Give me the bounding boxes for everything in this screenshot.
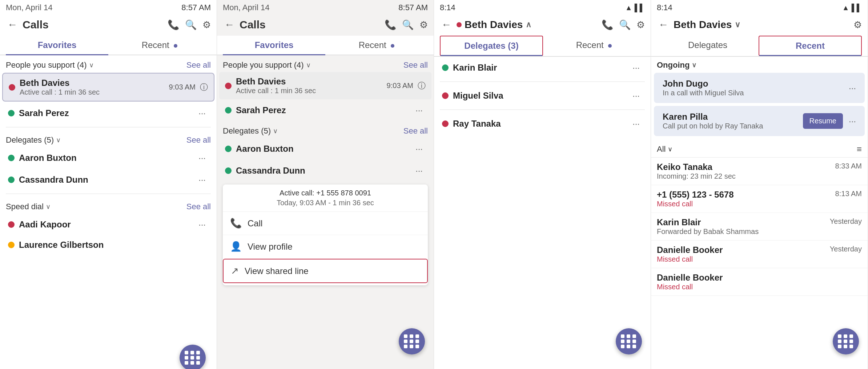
aaron-more-2[interactable]: ··· [413,142,426,155]
people-support-chevron-2[interactable]: ∨ [306,61,311,69]
settings-icon-3[interactable]: ⚙ [636,19,645,31]
call-icon-3[interactable]: 📞 [602,19,613,31]
tab-favorites-1[interactable]: Favorites [6,36,108,55]
phone-name-4: +1 (555) 123 - 5678 [657,190,734,200]
settings-icon-1[interactable]: ⚙ [202,19,211,31]
sarah-perez-row-1[interactable]: Sarah Perez ··· [2,102,214,124]
ray-row-3[interactable]: Ray Tanaka ··· [436,113,648,135]
delegates-title-2: Delegates (5) ∨ [223,126,278,136]
karen-pilla-sub-4: Call put on hold by Ray Tanaka [663,122,763,130]
tab-recent-4[interactable]: Recent [759,36,862,56]
aadi-row-1[interactable]: Aadi Kapoor ··· [2,214,214,235]
search-icon-2[interactable]: 🔍 [402,19,414,31]
filter-chevron-4[interactable]: ∨ [668,145,672,153]
name-chevron-4[interactable]: ∨ [735,20,740,29]
back-button-3[interactable]: ← [440,17,453,32]
divider-1a [6,127,211,127]
tab-recent-3[interactable]: Recent [543,36,645,56]
beth-davies-row-1[interactable]: Beth Davies Active call : 1 min 36 sec 9… [2,73,214,102]
delegates-see-all-2[interactable]: See all [403,126,428,136]
cassandra-more-1[interactable]: ··· [196,173,209,186]
fab-button-3[interactable] [616,328,642,354]
tab-recent-2[interactable]: Recent [325,36,428,55]
menu-view-profile-2[interactable]: 👤 View profile [223,235,428,258]
aaron-row-1[interactable]: Aaron Buxton ··· [2,147,214,169]
info-icon-beth-2[interactable]: ⓘ [418,80,426,91]
fab-button-2[interactable] [399,328,425,354]
sarah-perez-row-2[interactable]: Sarah Perez ··· [219,99,431,121]
tab-delegates-4[interactable]: Delegates [657,36,759,56]
cassandra-row-1[interactable]: Cassandra Dunn ··· [2,169,214,191]
karen-pilla-row-4[interactable]: Karen Pilla Call put on hold by Ray Tana… [654,106,865,136]
laurence-info-1: Laurence Gilbertson [19,240,209,250]
sarah-more-icon-1[interactable]: ··· [196,107,209,120]
karin-row-3[interactable]: Karin Blair ··· [436,57,648,79]
danielle1-info-4: Danielle Booker Missed call [657,245,723,263]
karin-status-3 [442,64,449,71]
people-support-see-all-1[interactable]: See all [186,60,211,70]
danielle1-row-4[interactable]: Danielle Booker Missed call Yesterday [651,241,868,268]
aaron-more-1[interactable]: ··· [196,151,209,164]
dialpad-icon-3 [621,334,637,348]
back-button-1[interactable]: ← [6,17,19,32]
search-icon-1[interactable]: 🔍 [185,19,197,31]
call-icon-2[interactable]: 📞 [385,19,396,31]
resume-button-4[interactable]: Resume [803,113,843,129]
context-info-2: Active call: +1 555 878 0091 [223,184,428,199]
aadi-more-1[interactable]: ··· [196,218,209,231]
miguel-row-3[interactable]: Miguel Silva ··· [436,85,648,107]
tab-favorites-2[interactable]: Favorites [223,36,325,55]
recent-dot-3 [608,44,612,48]
filter-icon-4[interactable]: ≡ [857,144,862,154]
menu-view-shared-2[interactable]: ↗ View shared line [223,259,428,283]
delegates-chevron-1[interactable]: ∨ [56,136,61,144]
speed-dial-see-all-1[interactable]: See all [186,202,211,211]
karin-more-3[interactable]: ··· [630,61,643,74]
cassandra-row-2[interactable]: Cassandra Dunn ··· [219,160,431,182]
call-icon-1[interactable]: 📞 [168,19,179,31]
phone-row-flex-4: +1 (555) 123 - 5678 Missed call 8:13 AM [657,190,862,208]
settings-icon-4[interactable]: ⚙ [853,19,862,31]
tab-delegates-3[interactable]: Delegates (3) [440,36,543,56]
date-1: Mon, April 14 [6,3,52,12]
delegates-chevron-2[interactable]: ∨ [273,127,278,135]
beth-davies-row-2[interactable]: Beth Davies Active call : 1 min 36 sec 9… [219,72,431,99]
fab-button-1[interactable] [180,345,206,369]
cassandra-info-1: Cassandra Dunn [19,175,191,185]
john-dugo-sub-4: In a call with Miguel Silva [663,89,744,97]
tab-recent-1[interactable]: Recent [108,36,211,55]
sarah-perez-name-1: Sarah Perez [19,108,191,118]
filter-label-4[interactable]: All ∨ [657,144,672,154]
delegates-see-all-1[interactable]: See all [186,135,211,145]
people-support-see-all-2[interactable]: See all [403,60,428,70]
back-button-4[interactable]: ← [657,17,670,32]
aaron-row-2[interactable]: Aaron Buxton ··· [219,138,431,160]
miguel-info-3: Miguel Silva [453,91,625,101]
search-icon-3[interactable]: 🔍 [619,19,631,31]
name-chevron-3[interactable]: ∧ [526,20,531,29]
panel3: 8:14 ▲ ▌▌ ← Beth Davies ∧ 📞 🔍 ⚙ Delegate… [434,0,651,369]
info-icon-beth-1[interactable]: ⓘ [200,82,208,93]
ongoing-chevron-4[interactable]: ∨ [692,61,696,69]
speed-dial-chevron-1[interactable]: ∨ [46,203,51,211]
ray-more-3[interactable]: ··· [630,117,643,130]
fab-button-4[interactable] [833,328,859,354]
menu-call-2[interactable]: 📞 Call [223,211,428,235]
laurence-row-1[interactable]: Laurence Gilbertson [2,235,214,254]
back-button-2[interactable]: ← [223,17,236,32]
danielle2-row-4[interactable]: Danielle Booker Missed call [651,268,868,296]
settings-icon-2[interactable]: ⚙ [419,19,428,31]
keiko-row-4[interactable]: Keiko Tanaka Incoming: 23 min 22 sec 8:3… [651,158,868,185]
miguel-more-3[interactable]: ··· [630,89,643,102]
date-2: Mon, April 14 [223,3,269,12]
phone-row-4[interactable]: +1 (555) 123 - 5678 Missed call 8:13 AM [651,185,868,213]
karen-more-4[interactable]: ··· [846,115,859,128]
john-more-4[interactable]: ··· [846,82,859,95]
john-dugo-row-4[interactable]: John Dugo In a call with Miguel Silva ··… [654,73,865,103]
beth-davies-name-2: Beth Davies [236,76,382,87]
karin-recent-row-4[interactable]: Karin Blair Forwarded by Babak Shammas Y… [651,213,868,241]
cassandra-more-2[interactable]: ··· [413,164,426,177]
karin-recent-name-4: Karin Blair [657,217,759,227]
sarah-more-icon-2[interactable]: ··· [413,104,426,117]
people-support-chevron-1[interactable]: ∨ [89,61,94,69]
